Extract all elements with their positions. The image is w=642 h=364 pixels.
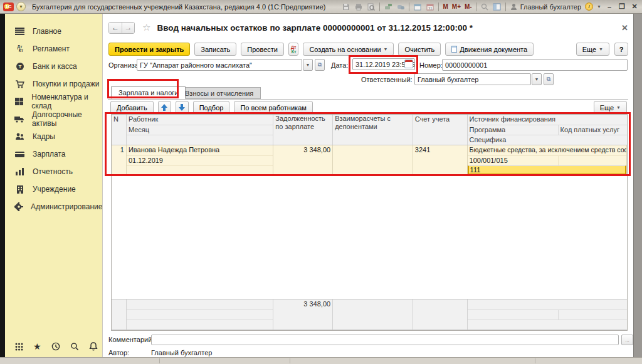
grid-more-button[interactable]: Еще▼ [594, 101, 627, 114]
help-button[interactable]: ? [614, 43, 628, 56]
print-icon[interactable] [354, 3, 363, 11]
table-totals-row: 3 348,00 [112, 299, 627, 330]
date-calendar-button[interactable] [404, 60, 413, 68]
write-button[interactable]: Записать [194, 43, 236, 56]
cell-paid-code[interactable] [559, 156, 626, 165]
save-icon[interactable] [342, 3, 350, 11]
header-more-button[interactable]: Еще▼ [576, 43, 609, 56]
info-icon[interactable]: i [585, 3, 593, 11]
number-field[interactable]: 00000000001 [442, 59, 628, 71]
pick-button[interactable]: Подбор [193, 101, 230, 114]
col-n[interactable]: N [112, 115, 126, 125]
add-row-button[interactable]: Добавить [110, 101, 154, 114]
tab-strip-line [108, 99, 628, 100]
organization-dropdown-button[interactable]: ▼ [303, 59, 313, 71]
favorite-star-icon[interactable]: ☆ [142, 22, 150, 33]
sidebar-item-reports[interactable]: Отчетность [5, 163, 102, 180]
col-account[interactable]: Счет учета [413, 115, 467, 145]
cell-specifics-selected[interactable]: 111 [468, 165, 626, 175]
clear-button[interactable]: Очистить [398, 43, 441, 56]
1c-logo-icon: 1С [3, 3, 14, 11]
post-and-close-button[interactable]: Провести и закрыть [108, 43, 190, 56]
main-menu-button[interactable]: ▼ [16, 2, 26, 11]
calendar-31-icon[interactable]: 31 [426, 3, 434, 11]
responsible-open-button[interactable]: ⧉ [544, 73, 554, 85]
sidebar-item-longterm-assets[interactable]: Долгосрочные активы [5, 110, 102, 128]
restore-button[interactable]: ❐ [618, 3, 626, 11]
cell-deponents[interactable] [333, 145, 413, 155]
document-movements-button[interactable]: Движения документа [445, 43, 534, 56]
salary-table: N Работник Месяц Задолженность по зарпла… [111, 114, 628, 331]
favorites-icon[interactable]: ★ [33, 342, 41, 351]
calendar-icon[interactable] [413, 3, 422, 11]
cell-program[interactable]: 100/001/015 [468, 156, 559, 165]
cell-debt[interactable]: 3 348,00 [273, 145, 332, 155]
post-button[interactable]: Провести [241, 43, 284, 56]
cell-account[interactable]: 3241 [413, 145, 467, 155]
add-link-icon[interactable] [384, 3, 392, 11]
minimize-button[interactable]: – [605, 3, 614, 11]
organization-field[interactable]: ГУ "Аппарат районного маслихата" [137, 59, 302, 71]
user-name: Главный бухгалтер [520, 3, 581, 11]
sidebar-item-salary[interactable]: Зарплата [5, 145, 102, 163]
cell-month[interactable]: 01.12.2019 [127, 155, 273, 165]
cell-source[interactable]: Бюджетные средства, за исключением средс… [468, 145, 626, 155]
current-user[interactable]: Главный бухгалтер [510, 3, 581, 11]
search-icon[interactable] [70, 342, 79, 351]
sidebar-item-bank-cash[interactable]: Т Банк и касса [5, 58, 102, 75]
calc-m-plus-button[interactable]: M+ [452, 3, 461, 10]
document-close-icon[interactable]: ✕ [621, 23, 628, 33]
cart-icon [14, 80, 25, 88]
all-workers-button[interactable]: По всем работникам [234, 101, 312, 114]
comment-input[interactable] [151, 335, 619, 345]
cell-n[interactable]: 1 [112, 145, 126, 155]
forward-button[interactable]: → [122, 23, 134, 33]
create-based-on-button[interactable]: Создать на основании▼ [303, 43, 394, 56]
move-up-button[interactable] [158, 101, 171, 114]
col-debt[interactable]: Задолженность по зарплате [273, 115, 332, 145]
col-deponents[interactable]: Взаиморасчеты с депонентами [333, 115, 413, 145]
col-specifics[interactable]: Специфика [468, 135, 627, 145]
sidebar-item-main[interactable]: Главное [5, 23, 102, 40]
tab-salary-taxes[interactable]: Зарплата и налоги [111, 86, 186, 99]
notifications-bell-icon[interactable] [89, 342, 98, 351]
col-worker[interactable]: Работник [127, 115, 273, 125]
dtkt-postings-button[interactable]: ДтКт [288, 43, 298, 56]
author-value: Главный бухгалтер [151, 349, 212, 356]
organization-open-button[interactable]: ⧉ [315, 59, 325, 71]
cell-worker[interactable]: Иванова Надежда Петровна [127, 145, 273, 155]
links-icon[interactable] [396, 3, 405, 11]
col-source[interactable]: Источник финансирования [468, 115, 627, 125]
move-down-button[interactable] [176, 101, 189, 114]
sidebar-item-purchases-sales[interactable]: Покупки и продажи [5, 75, 102, 93]
back-button[interactable]: ← [109, 23, 122, 33]
chevron-down-icon[interactable]: ▼ [597, 4, 601, 9]
col-paid-code[interactable]: Код платных услуг [559, 125, 627, 135]
calc-m-minus-button[interactable]: M- [465, 3, 472, 10]
preview-icon[interactable] [367, 3, 376, 11]
sidebar-item-institution[interactable]: Учреждение [5, 180, 102, 198]
responsible-field[interactable]: Главный бухгалтер [414, 73, 531, 85]
gear-icon [14, 202, 23, 211]
close-button[interactable]: ✕ [630, 3, 639, 11]
col-program[interactable]: Программа [468, 125, 559, 135]
app-title: Бухгалтерия для государственных учрежден… [32, 3, 325, 11]
sidebar-item-hr[interactable]: Кадры [5, 128, 102, 145]
table-empty-area[interactable] [112, 176, 627, 299]
sidebar-item-nomenclature[interactable]: Номенклатура и склад [5, 93, 102, 110]
comment-expand-button[interactable]: ... [621, 335, 633, 345]
sidebar-item-reglament[interactable]: Дт Кт Регламент [5, 40, 102, 58]
calc-m-button[interactable]: M [443, 3, 448, 10]
col-month[interactable]: Месяц [127, 125, 273, 135]
split-view-icon[interactable] [493, 3, 502, 11]
tab-contributions[interactable]: Взносы и отчисления [177, 87, 261, 99]
apps-grid-icon[interactable] [15, 343, 23, 351]
table-row[interactable]: 1 Иванова Надежда Петровна 01.12.2019 3 … [112, 145, 627, 176]
sidebar-item-administration[interactable]: Администрирование [5, 198, 102, 216]
responsible-dropdown-button[interactable]: ▼ [532, 73, 542, 85]
zoom-icon[interactable] [480, 3, 489, 11]
titlebar: 1С ▼ Бухгалтерия для государственных учр… [0, 0, 642, 14]
history-icon[interactable] [51, 342, 60, 351]
document-title: Ввод начальных остатков по зарплате 0000… [157, 23, 472, 33]
dtkt-icon: Дт Кт [14, 45, 25, 53]
